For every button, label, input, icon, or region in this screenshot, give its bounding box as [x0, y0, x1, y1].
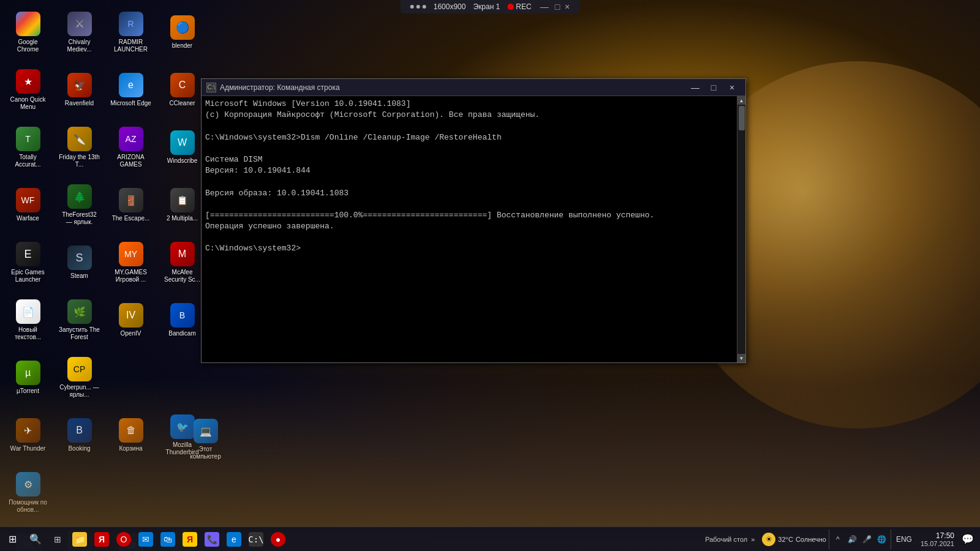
- desktop-icon-komputer[interactable]: 💻 Этот компьютер: [183, 416, 228, 463]
- desktop-icon-totally[interactable]: T Totally Accurat...: [5, 120, 51, 175]
- cmd-scroll-up[interactable]: ▲: [737, 96, 746, 105]
- ccleaner-icon: C: [170, 73, 195, 97]
- cmd-scroll-thumb[interactable]: [739, 106, 745, 130]
- taskbar-app-yandex[interactable]: Я: [91, 527, 113, 552]
- desktop-icon-warface[interactable]: WF Warface: [5, 178, 51, 233]
- desktop-icon-openiv[interactable]: IV OpenIV: [108, 293, 154, 348]
- desktop-icon-radmir[interactable]: R RADMIR LAUNCHER: [108, 5, 154, 60]
- empty-slot-5: [159, 465, 205, 520]
- epic-icon: E: [16, 242, 40, 266]
- desktop-icon-theforest[interactable]: 🌲 TheForest32 — ярлык.: [56, 178, 102, 233]
- expand-tray-icon[interactable]: ^: [832, 533, 844, 545]
- yandex-tb-icon: Я: [94, 532, 109, 547]
- desktop-icon-mygames[interactable]: MY MY.GAMES Игровой ...: [108, 235, 154, 290]
- taskbar-app-explorer[interactable]: 📁: [69, 527, 91, 552]
- cyberpunk-icon: CP: [67, 357, 92, 381]
- desktop-icon-cyberpunk[interactable]: CP Cyberpun... — ярлы...: [56, 350, 102, 405]
- taskbar-app-store[interactable]: 🛍: [157, 527, 179, 552]
- weather-label: Солнечно: [796, 536, 826, 543]
- cyberpunk-label: Cyberpun... — ярлы...: [59, 384, 100, 399]
- rec-indicator: REC: [507, 2, 531, 11]
- desktop-icon-notepad[interactable]: 📄 Новый текстов...: [5, 293, 51, 348]
- speaker-icon[interactable]: 🔊: [846, 533, 859, 545]
- desktop-icon-bandicam[interactable]: B Bandicam: [159, 293, 205, 348]
- search-button[interactable]: 🔍: [24, 527, 47, 552]
- cmd-restore-button[interactable]: □: [705, 81, 722, 94]
- cmd-scrollbar[interactable]: ▲ ▼: [737, 96, 745, 362]
- desktop-icon-utorrent[interactable]: µ µTorrent: [5, 350, 51, 405]
- chivalry-icon: ⚔: [67, 12, 92, 36]
- cmd-text-area[interactable]: Microsoft Windows [Version 10.0.19041.10…: [202, 96, 737, 362]
- totally-icon: T: [16, 127, 40, 151]
- desktop-icon-ccleaner[interactable]: C CCleaner: [159, 62, 205, 118]
- ravenfield-icon: 🦅: [67, 73, 92, 97]
- canon-quick-icon: ★: [16, 69, 40, 94]
- desktop-icon-booking[interactable]: B Booking: [56, 408, 102, 463]
- komputer-icon: 💻: [194, 419, 218, 443]
- desktop-icon-thunderbird[interactable]: 🐦 Mozilla Thunderbird: [159, 408, 205, 463]
- cmd-line-3: [205, 121, 733, 132]
- rec-close-button[interactable]: ×: [565, 2, 570, 12]
- epic-label: Epic Games Launcher: [7, 269, 48, 283]
- empty-slot-3: [56, 465, 102, 520]
- ccleaner-label: CCleaner: [169, 100, 195, 107]
- launch-forest-label: Запустить The Forest: [59, 326, 100, 341]
- cmd-minimize-button[interactable]: —: [687, 81, 704, 94]
- widgets-button[interactable]: ⊞: [47, 527, 69, 552]
- notification-icon[interactable]: 💬: [960, 532, 975, 547]
- desktop-icon-multipla[interactable]: 📋 2 Multipla...: [159, 178, 205, 233]
- desktop-icon-escape[interactable]: 🚪 The Escape...: [108, 178, 154, 233]
- radmir-label: RADMIR LAUNCHER: [110, 39, 151, 53]
- taskbar-app-edge[interactable]: e: [223, 527, 245, 552]
- taskbar-app-bandicam[interactable]: ●: [267, 527, 289, 552]
- notepad-icon: 📄: [16, 299, 40, 324]
- blender-icon: 🔵: [170, 15, 195, 40]
- rec-minimize-button[interactable]: —: [539, 2, 550, 12]
- desktop-icon-canon-quick[interactable]: ★ Canon Quick Menu: [5, 62, 51, 118]
- cmd-close-button[interactable]: ×: [723, 81, 741, 94]
- start-button[interactable]: ⊞: [0, 527, 24, 552]
- taskbar-app-viber[interactable]: 📞: [201, 527, 223, 552]
- rec-screen: Экран 1: [473, 2, 500, 11]
- cmd-content[interactable]: Microsoft Windows [Version 10.0.19041.10…: [202, 96, 745, 362]
- chivalry-label: Chivalry Mediev...: [59, 39, 100, 53]
- weather-temp: 32°C: [778, 536, 793, 543]
- rec-restore-button[interactable]: □: [554, 2, 561, 12]
- desktop-icon-friday[interactable]: 🔪 Friday the 13th T...: [56, 120, 102, 175]
- taskbar-app-yandex2[interactable]: Я: [179, 527, 201, 552]
- cmd-scroll-down[interactable]: ▼: [737, 354, 746, 362]
- desktop-icon-ravenfield[interactable]: 🦅 Ravenfield: [56, 62, 102, 118]
- mygames-label: MY.GAMES Игровой ...: [110, 269, 151, 283]
- cmd-line-11: [==========================100.0%=======…: [205, 210, 733, 221]
- desktop-icon-steam[interactable]: S Steam: [56, 235, 102, 290]
- mcafee-label: McAfee Security Sc...: [162, 269, 203, 283]
- desktop-icon-msedge[interactable]: e Microsoft Edge: [108, 62, 154, 118]
- clock[interactable]: 17:50 15.07.2021: [917, 531, 958, 547]
- cmd-line-6: Система DISM: [205, 154, 733, 165]
- desktop-icon-blender[interactable]: 🔵 blender: [159, 5, 205, 60]
- desktop-icon-google-chrome[interactable]: Google Chrome: [5, 5, 51, 60]
- cmd-line-7: Версия: 10.0.19041.844: [205, 165, 733, 176]
- desktop-icon-mcafee[interactable]: M McAfee Security Sc...: [159, 235, 205, 290]
- desktop-icon-chivalry[interactable]: ⚔ Chivalry Mediev...: [56, 5, 102, 60]
- theforest-label: TheForest32 — ярлык.: [59, 211, 100, 226]
- chrome-icon: [16, 12, 40, 36]
- desktop-icon-arizona[interactable]: AZ ARIZONA GAMES: [108, 120, 154, 175]
- desktop-icon-windscribe[interactable]: W Windscribe: [159, 120, 205, 175]
- recording-bar: 980x551 Экран 1 REC — □ ×: [401, 0, 580, 13]
- desktop-icon-epic[interactable]: E Epic Games Launcher: [5, 235, 51, 290]
- desktop-icon-pomosh[interactable]: ⚙ Помощник по обнов...: [5, 465, 51, 520]
- taskbar-app-mail[interactable]: ✉: [135, 527, 157, 552]
- desktop-icon-korzina[interactable]: 🗑 Корзина: [108, 408, 154, 463]
- language-indicator[interactable]: ENG: [894, 535, 914, 544]
- taskbar-app-cmd[interactable]: C:\: [245, 527, 267, 552]
- system-tray: ^ 🔊 🎤 🌐: [829, 530, 891, 549]
- network-icon[interactable]: 🌐: [876, 533, 888, 545]
- desktop-icon-warthunder[interactable]: ✈ War Thunder: [5, 408, 51, 463]
- mic-icon[interactable]: 🎤: [861, 533, 873, 545]
- taskbar-app-opera[interactable]: O: [113, 527, 135, 552]
- desktop-icon-launch-forest[interactable]: 🌿 Запустить The Forest: [56, 293, 102, 348]
- desktop-label-area[interactable]: Рабочий стол »: [700, 534, 760, 544]
- cmd-line-12: Операция успешно завершена.: [205, 221, 733, 232]
- korzina-label: Корзина: [119, 445, 142, 452]
